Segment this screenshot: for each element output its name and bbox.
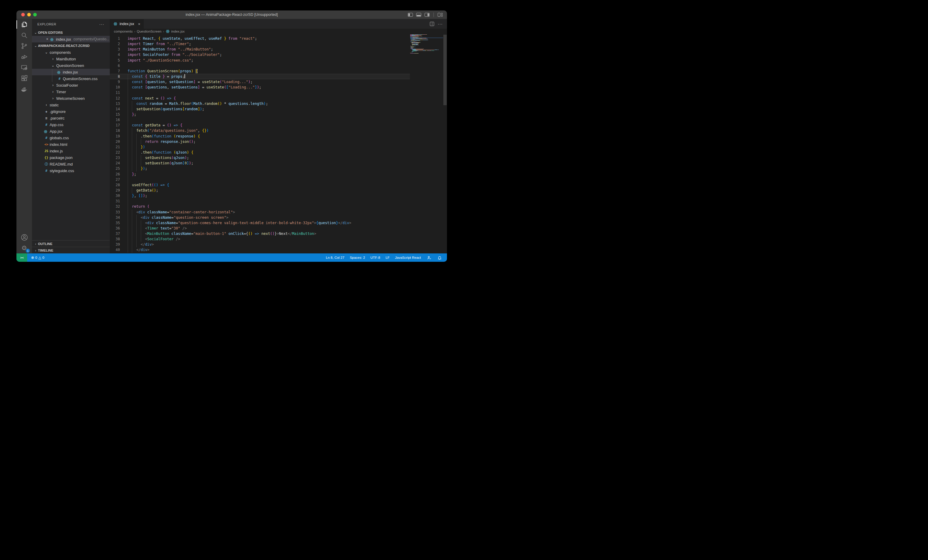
line-number[interactable]: 30	[110, 193, 120, 198]
tree-item-readme-md[interactable]: ⓘREADME.md	[32, 161, 110, 167]
tree-item-index-html[interactable]: <>index.html	[32, 141, 110, 148]
code-line-33[interactable]: 33<div className="container-center-horiz…	[110, 210, 410, 215]
line-number[interactable]: 27	[110, 177, 120, 182]
line-number[interactable]: 6	[110, 63, 120, 68]
code-line-23[interactable]: 23setQuestions(qJson);	[110, 155, 410, 160]
status-item[interactable]: JavaScript React	[393, 256, 423, 259]
tree-item--gitignore[interactable]: ◆.gitignore	[32, 108, 110, 115]
code-line-9[interactable]: 9const [question, setQuestion] = useStat…	[110, 79, 410, 85]
line-number[interactable]: 25	[110, 166, 120, 171]
code-line-15[interactable]: 15};	[110, 112, 410, 117]
line-number[interactable]: 3	[110, 47, 120, 52]
tree-item-socialfooter[interactable]: ›SocialFooter	[32, 82, 110, 88]
status-item[interactable]: Ln 8, Col 27	[324, 256, 346, 259]
code-line-13[interactable]: 13const random = Math.floor(Math.random(…	[110, 101, 410, 107]
accounts-icon[interactable]	[17, 232, 32, 243]
code-line-5[interactable]: 5import "./QuestionScreen.css";	[110, 58, 410, 63]
tree-item-app-jsx[interactable]: App.jsx	[32, 128, 110, 134]
source-control-icon[interactable]	[17, 41, 32, 52]
line-number[interactable]: 15	[110, 112, 120, 117]
code-line-4[interactable]: 4import SocialFooter from "../SocialFoot…	[110, 52, 410, 57]
tree-item-questionscreen-css[interactable]: #QuestionScreen.css	[32, 75, 110, 82]
line-number[interactable]: 11	[110, 90, 120, 95]
code-editor[interactable]: 1import React, { useState, useEffect, us…	[110, 34, 447, 253]
code-line-27[interactable]: 27	[110, 177, 410, 182]
remote-indicator[interactable]: ><	[17, 253, 27, 262]
minimap[interactable]	[410, 34, 443, 58]
code-line-1[interactable]: 1import React, { useState, useEffect, us…	[110, 36, 410, 41]
open-editor-item[interactable]: ×index.jsxcomponents/Questio...	[32, 36, 110, 43]
problems-status[interactable]: ⊗ 0 △ 0	[29, 256, 46, 260]
line-number[interactable]: 5	[110, 58, 120, 63]
explorer-actions-icon[interactable]: ···	[99, 22, 104, 27]
project-root-header[interactable]: ⌄ ANIMAPACKAGE-REACT-ZCRSD	[32, 43, 110, 49]
breadcrumb-file[interactable]: index.jsx	[171, 30, 185, 33]
line-number[interactable]: 8	[110, 74, 120, 79]
code-line-40[interactable]: 40</div>	[110, 247, 410, 253]
breadcrumb-folder[interactable]: QuestionScreen	[137, 30, 162, 33]
tree-item--parcelrc[interactable]: ≡.parcelrc	[32, 115, 110, 121]
status-item[interactable]: LF	[383, 256, 392, 259]
scrollbar[interactable]	[443, 34, 447, 253]
line-number[interactable]: 36	[110, 225, 120, 231]
code-line-19[interactable]: 19.then(function (response) {	[110, 134, 410, 139]
customize-layout-icon[interactable]	[438, 13, 443, 17]
line-number[interactable]: 35	[110, 220, 120, 225]
line-number[interactable]: 31	[110, 198, 120, 204]
title-bar[interactable]: index.jsx — AnimaPackage-React-zcrSD [Un…	[17, 11, 447, 19]
line-number[interactable]: 24	[110, 160, 120, 166]
outline-header[interactable]: › OUTLINE	[32, 240, 110, 247]
line-number[interactable]: 1	[110, 36, 120, 41]
tree-item-static[interactable]: ›static	[32, 102, 110, 108]
line-number[interactable]: 38	[110, 236, 120, 242]
close-window-icon[interactable]	[21, 13, 25, 17]
feedback-icon[interactable]	[425, 256, 433, 260]
code-line-39[interactable]: 39</div>	[110, 242, 410, 247]
code-line-3[interactable]: 3import MainButton from "../MainButton";	[110, 47, 410, 52]
code-line-10[interactable]: 10const [questions, setQuestions] = useS…	[110, 85, 410, 90]
tree-item-globals-css[interactable]: #globals.css	[32, 134, 110, 141]
code-line-11[interactable]: 11	[110, 90, 410, 95]
code-line-29[interactable]: 29getData();	[110, 188, 410, 193]
tree-item-timer[interactable]: ›Timer	[32, 88, 110, 95]
remote-explorer-icon[interactable]	[17, 62, 32, 73]
line-number[interactable]: 32	[110, 204, 120, 209]
status-item[interactable]: UTF-8	[368, 256, 382, 259]
line-number[interactable]: 17	[110, 123, 120, 128]
tree-item-app-css[interactable]: #App.css	[32, 121, 110, 128]
code-line-20[interactable]: 20return response.json();	[110, 139, 410, 145]
zoom-window-icon[interactable]	[33, 13, 37, 17]
tree-item-package-json[interactable]: {}package.json	[32, 154, 110, 161]
code-line-2[interactable]: 2import Timer from "../Timer";	[110, 41, 410, 47]
timeline-header[interactable]: › TIMELINE	[32, 247, 110, 253]
editor-actions-more-icon[interactable]: ···	[438, 21, 443, 26]
line-number[interactable]: 4	[110, 52, 120, 57]
line-number[interactable]: 21	[110, 145, 120, 150]
line-number[interactable]: 7	[110, 68, 120, 74]
code-line-14[interactable]: 14setQuestion(questions[random]);	[110, 107, 410, 112]
line-number[interactable]: 22	[110, 150, 120, 155]
minimize-window-icon[interactable]	[27, 13, 31, 17]
line-number[interactable]: 12	[110, 96, 120, 101]
search-icon[interactable]	[17, 30, 32, 41]
notifications-bell-icon[interactable]	[435, 256, 444, 260]
code-line-22[interactable]: 22.then(function (qJson) {	[110, 150, 410, 155]
tree-item-index-jsx[interactable]: index.jsx	[32, 69, 110, 75]
code-line-38[interactable]: 38<SocialFooter />	[110, 236, 410, 242]
breadcrumb[interactable]: components › QuestionScreen › index.jsx	[110, 29, 447, 34]
tab-index-jsx[interactable]: index.jsx ×	[110, 19, 144, 29]
split-editor-icon[interactable]	[430, 22, 434, 26]
code-line-18[interactable]: 18fetch("/data/questions.json", {})	[110, 128, 410, 133]
line-number[interactable]: 34	[110, 215, 120, 220]
toggle-sidebar-icon[interactable]	[408, 13, 413, 17]
scrollbar-slider[interactable]	[443, 35, 447, 105]
settings-gear-icon[interactable]: ⚙ 1	[17, 243, 32, 253]
code-line-28[interactable]: 28useEffect(() => {	[110, 182, 410, 188]
code-line-8[interactable]: 8const { title } = props;	[110, 74, 410, 79]
code-line-7[interactable]: 7function QuestionScreen(props) {	[110, 68, 410, 74]
run-debug-icon[interactable]	[17, 52, 32, 62]
line-number[interactable]: 23	[110, 155, 120, 160]
toggle-panel-icon[interactable]	[416, 13, 421, 17]
code-line-25[interactable]: 25});	[110, 166, 410, 171]
close-tab-icon[interactable]: ×	[138, 22, 140, 26]
